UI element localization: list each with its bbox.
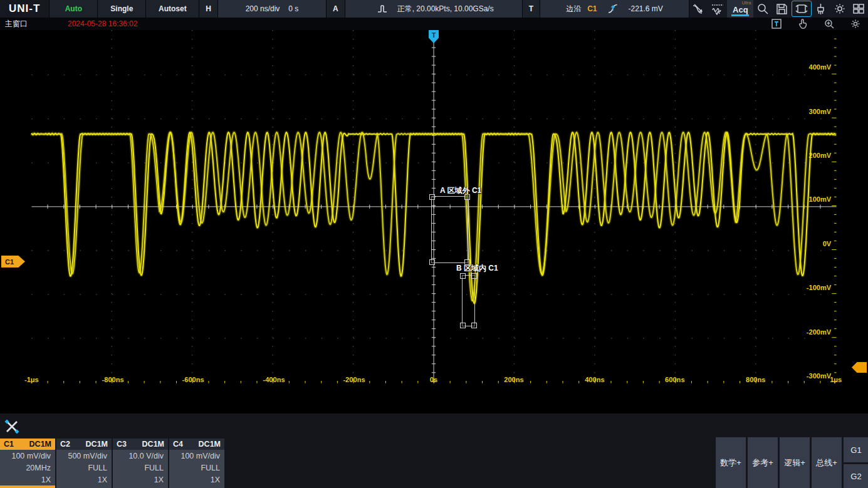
t-axis-label: -600ns	[182, 376, 204, 383]
pulse-icon	[374, 1, 392, 16]
channel4-name: C4	[173, 440, 183, 449]
horizontal-offset-value: 0 s	[288, 4, 298, 13]
channel1-header: C1 DC1M	[0, 439, 55, 450]
math-button[interactable]: 数学+	[716, 437, 746, 488]
group2-button[interactable]: G2	[844, 464, 868, 488]
trigger-zone-a[interactable]	[431, 196, 468, 263]
touch-icon[interactable]	[797, 18, 809, 29]
waveform-display[interactable]: 400mV300mV200mV100mV0V-100mV-200mV-300mV…	[0, 30, 868, 413]
layout-windows-icon[interactable]	[849, 1, 868, 16]
channel3-probe: 1X	[113, 474, 168, 485]
t-axis-label: 1μs	[830, 376, 842, 383]
timebase-value: 200 ns/div	[246, 4, 280, 13]
zone-b-handle-bl[interactable]	[460, 323, 466, 328]
trigger-settings-button[interactable]: 边沿 C1 -221.6 mV	[540, 0, 689, 18]
oscilloscope-app: UNI-T Auto Single Autoset H 200 ns/div 0…	[0, 0, 868, 488]
annotation-tools-icon[interactable]	[4, 418, 20, 435]
channel3-name: C3	[117, 440, 127, 449]
v-axis-label: -200mV	[807, 328, 832, 336]
channel2-tile[interactable]: C2 DC1M 500 mV/div FULL 1X	[56, 439, 112, 488]
t-axis-label: -800ns	[102, 376, 124, 383]
brand-logo: UNI-T	[0, 0, 50, 18]
t-axis-label: -400ns	[263, 376, 285, 383]
window-title: 主窗口	[5, 19, 28, 29]
zone-b-handle-tr[interactable]	[471, 273, 477, 279]
channel1-coupling: DC1M	[29, 440, 51, 449]
channel2-scale: 500 mV/div	[56, 450, 112, 462]
run-mode-label: Auto	[65, 4, 82, 13]
search-icon[interactable]	[753, 1, 772, 16]
window-bar: 主窗口 2024-05-28 16:36:02	[0, 18, 868, 30]
trigger-flag-label: T	[432, 31, 436, 39]
clear-icon[interactable]	[812, 1, 830, 16]
acquire-settings-button[interactable]: 正常, 20.00kPts, 10.00GSa/s	[345, 0, 523, 18]
v-axis-label: 300mV	[808, 108, 831, 115]
toolbar-icons: Ultra Acq	[689, 0, 868, 18]
channel3-header: C3 DC1M	[113, 439, 168, 450]
run-mode-button[interactable]: Auto	[50, 0, 98, 18]
acq-active-underline	[731, 14, 749, 16]
autoset-button[interactable]: Autoset	[146, 0, 199, 18]
bus-button[interactable]: 总线+	[812, 437, 842, 488]
top-toolbar: UNI-T Auto Single Autoset H 200 ns/div 0…	[0, 0, 868, 18]
v-axis-label: 100mV	[808, 195, 831, 203]
trigger-source: C1	[587, 4, 597, 13]
acquire-section-label: A	[327, 0, 345, 18]
channel1-selected-bar	[0, 485, 55, 488]
channel4-header: C4 DC1M	[169, 439, 224, 450]
ref-button[interactable]: 参考+	[748, 437, 778, 488]
channel1-bandwidth: 20MHz	[0, 462, 55, 474]
horizontal-section-label: H	[199, 0, 218, 18]
trigger-zone-b[interactable]	[462, 275, 475, 326]
channel2-header: C2 DC1M	[56, 439, 112, 450]
channel1-marker-label: C1	[5, 258, 14, 266]
rising-edge-icon	[604, 1, 622, 16]
channel3-coupling: DC1M	[142, 440, 164, 449]
single-button[interactable]: Single	[98, 0, 146, 18]
channel1-tile[interactable]: C1 DC1M 100 mV/div 20MHz 1X	[0, 439, 55, 488]
channel3-bandwidth: FULL	[113, 462, 168, 474]
screenshot-icon[interactable]	[792, 1, 812, 17]
v-axis-label: 0V	[823, 240, 832, 247]
window-bar-icons	[770, 18, 862, 29]
v-axis-label: -100mV	[807, 284, 832, 291]
channel2-name: C2	[60, 440, 70, 449]
trigger-type: 边沿	[566, 4, 581, 14]
channel4-tile[interactable]: C4 DC1M 100 mV/div FULL 1X	[169, 439, 224, 488]
display-settings-gear-icon[interactable]	[849, 18, 862, 29]
channel3-tile[interactable]: C3 DC1M 10.0 V/div FULL 1X	[113, 439, 168, 488]
save-icon[interactable]	[772, 1, 791, 16]
zoom-in-icon[interactable]	[823, 18, 835, 29]
t-axis-label: 400ns	[585, 376, 605, 383]
auto-measure-icon[interactable]	[689, 1, 708, 16]
text-annotation-icon[interactable]	[770, 18, 783, 29]
zone-a-handle-bl[interactable]	[429, 259, 435, 265]
acq-mode-button[interactable]: Ultra Acq	[727, 0, 753, 18]
settings-gear-icon[interactable]	[830, 1, 849, 16]
t-axis-label: 800ns	[746, 376, 766, 383]
channel1-scale: 100 mV/div	[0, 450, 55, 462]
horizontal-settings-button[interactable]: 200 ns/div 0 s	[218, 0, 327, 18]
datetime-stamp: 2024-05-28 16:36:02	[68, 19, 137, 28]
group1-button[interactable]: G1	[844, 437, 868, 462]
channel1-probe: 1X	[0, 474, 55, 485]
logic-button[interactable]: 逻辑+	[780, 437, 810, 488]
zone-b-handle-br[interactable]	[471, 323, 477, 328]
acq-ultra-badge: Ultra	[742, 1, 751, 5]
zone-b-label: B 区域内 C1	[456, 263, 498, 274]
channel3-scale: 10.0 V/div	[113, 450, 168, 462]
channel4-bandwidth: FULL	[169, 462, 224, 474]
channel4-probe: 1X	[169, 474, 224, 485]
zone-a-handle-tl[interactable]	[429, 194, 435, 200]
t-axis-label: 600ns	[665, 376, 685, 383]
trigger-section-label: T	[523, 0, 540, 18]
t-axis-label: 0s	[430, 376, 437, 383]
awg-icon[interactable]	[708, 1, 727, 16]
channel2-coupling: DC1M	[86, 440, 108, 449]
t-axis-label: -1μs	[24, 376, 39, 383]
channel4-scale: 100 mV/div	[169, 450, 224, 462]
t-axis-label: -200ns	[343, 376, 365, 383]
zone-b-handle-tl[interactable]	[460, 273, 466, 279]
t-axis-label: 200ns	[504, 376, 524, 383]
v-axis-label: -300mV	[807, 372, 832, 380]
